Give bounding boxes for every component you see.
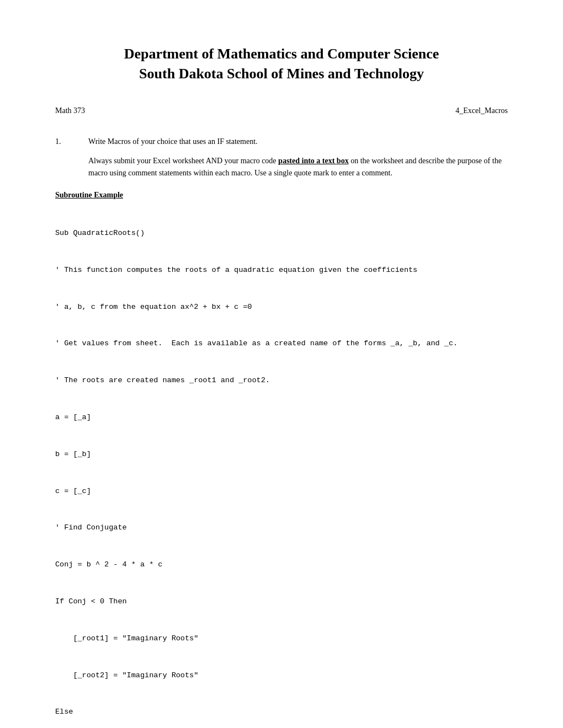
page: Department of Mathematics and Computer S… <box>0 0 563 728</box>
code-block: Sub QuadraticRoots() ' This function com… <box>55 203 508 728</box>
assignment-label: 4_Excel_Macros <box>455 106 508 115</box>
subroutine-heading: Subroutine Example <box>55 191 508 200</box>
code-line-6: b = [_b] <box>55 448 508 461</box>
code-line-0: Sub QuadraticRoots() <box>55 227 508 239</box>
question-text: Write Macros of your choice that uses an… <box>88 137 508 146</box>
code-line-12: [_root2] = "Imaginary Roots" <box>55 670 508 682</box>
code-line-3: ' Get values from sheet. Each is availab… <box>55 338 508 350</box>
subroutine-section: Subroutine Example Sub QuadraticRoots() … <box>55 191 508 728</box>
code-line-7: c = [_c] <box>55 485 508 497</box>
code-line-2: ' a, b, c from the equation ax^2 + bx + … <box>55 301 508 313</box>
code-line-9: Conj = b ^ 2 - 4 * a * c <box>55 559 508 571</box>
code-line-5: a = [_a] <box>55 411 508 424</box>
question-section: 1. Write Macros of your choice that uses… <box>55 137 508 180</box>
code-line-10: If Conj < 0 Then <box>55 596 508 608</box>
code-line-8: ' Find Conjugate <box>55 522 508 534</box>
question-number: 1. <box>55 137 88 146</box>
code-line-4: ' The roots are created names _root1 and… <box>55 374 508 387</box>
instructions-part1: Always submit your Excel worksheet AND y… <box>88 157 278 165</box>
page-header: Department of Mathematics and Computer S… <box>55 44 508 84</box>
code-line-13: Else <box>55 706 508 718</box>
text-box-link: pasted into a text box <box>278 157 349 165</box>
course-label: Math 373 <box>55 106 85 115</box>
code-line-11: [_root1] = "Imaginary Roots" <box>55 633 508 645</box>
code-line-1: ' This function computes the roots of a … <box>55 264 508 276</box>
meta-row: Math 373 4_Excel_Macros <box>55 106 508 115</box>
page-title: Department of Mathematics and Computer S… <box>55 44 508 84</box>
question-item-1: 1. Write Macros of your choice that uses… <box>55 137 508 146</box>
instructions-block: Always submit your Excel worksheet AND y… <box>88 155 508 180</box>
